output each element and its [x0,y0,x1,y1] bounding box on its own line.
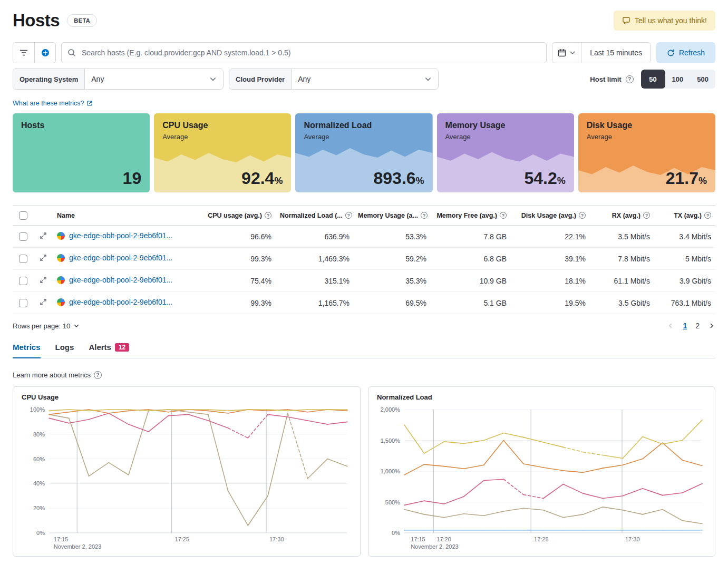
table-header-row: NameCPU usage (avg.)?Normalized Load (..… [13,206,715,226]
page-button-2[interactable]: 2 [695,322,700,330]
expand-row-icon[interactable] [40,232,47,239]
svg-text:17:15: 17:15 [411,536,425,542]
host-name-link[interactable]: gke-edge-oblt-pool-2-9eb6f01... [57,276,172,284]
expand-row-icon[interactable] [40,298,47,306]
host-limit-option-500[interactable]: 500 [690,70,715,89]
filters-row: Operating System Any Cloud Provider Any … [13,69,715,90]
select-all-checkbox[interactable] [19,211,27,220]
tile-title: Normalized Load [304,121,424,130]
column-header-cpu-usage-avg[interactable]: CPU usage (avg.)? [197,206,276,226]
os-filter-select[interactable]: Any [85,69,223,89]
column-header-rx-avg[interactable]: RX (avg.)? [590,206,654,226]
expand-row-icon[interactable] [40,254,47,261]
expand-row-icon[interactable] [40,276,47,284]
chart-canvas: 0%20%40%60%80%100%17:15November 2, 20231… [22,404,352,553]
column-info-icon[interactable]: ? [704,212,711,219]
tile-cpu-usage: CPU UsageAverage92.4% [154,113,291,192]
filter-button[interactable] [13,43,34,63]
previous-page-button[interactable] [667,322,674,329]
row-checkbox[interactable] [19,277,27,285]
cloud-provider-icon [57,232,65,240]
host-name-link[interactable]: gke-edge-oblt-pool-2-9eb6f01... [57,231,172,240]
learn-more-info-icon[interactable]: ? [94,371,102,379]
row-checkbox[interactable] [19,299,27,307]
column-header-normalized-load[interactable]: Normalized Load (...? [276,206,354,226]
column-label: Normalized Load (... [280,212,343,219]
metric-cell: 636.9% [276,226,354,248]
cloud-provider-filter-select[interactable]: Any [292,69,438,89]
table-row: gke-edge-oblt-pool-2-9eb6f01...99.3%1,46… [13,248,715,270]
row-checkbox[interactable] [19,232,27,241]
what-are-these-metrics-link[interactable]: What are these metrics? [13,100,93,107]
tile-value: 21.7% [666,169,707,188]
tile-subtitle: Average [304,133,424,141]
host-name-link[interactable]: gke-edge-oblt-pool-2-9eb6f01... [57,254,172,262]
column-label: Name [57,212,75,219]
metric-cell: 59.2% [354,248,431,270]
column-header-name[interactable]: Name [53,206,197,226]
line-chart: 0%500%1,000%1,500%2,000%17:15November 2,… [377,404,706,553]
feedback-button[interactable]: Tell us what you think! [614,11,715,31]
row-checkbox[interactable] [19,255,27,263]
chevron-down-icon [569,50,576,56]
column-info-icon[interactable]: ? [265,212,271,219]
svg-text:60%: 60% [33,456,45,462]
refresh-button[interactable]: Refresh [656,42,715,63]
metric-cell: 18.1% [511,270,590,292]
column-info-icon[interactable]: ? [643,212,650,219]
tile-subtitle: Average [162,133,283,141]
add-filter-button[interactable] [34,43,55,63]
os-filter: Operating System Any [13,69,224,90]
svg-text:November 2, 2023: November 2, 2023 [411,543,459,550]
chevron-down-icon [209,75,217,83]
page-button-1[interactable]: 1 [683,322,687,330]
column-header-tx-avg[interactable]: TX (avg.)? [654,206,715,226]
learn-more-row: Learn more about metrics ? [13,371,102,379]
column-header-disk-usage-avg[interactable]: Disk Usage (avg.)? [511,206,590,226]
detail-tabs: MetricsLogsAlerts12 [13,343,715,358]
tile-value: 893.6% [374,169,424,188]
external-link-icon [86,100,93,106]
cloud-provider-filter-label: Cloud Provider [229,69,292,89]
column-label: Disk Usage (avg.) [521,212,576,219]
query-controls [13,42,56,63]
column-info-icon[interactable]: ? [345,212,352,219]
date-picker-button[interactable] [552,43,581,63]
time-range-button[interactable]: Last 15 minutes [581,43,651,63]
rows-per-page-button[interactable]: Rows per page: 10 [13,322,80,330]
cloud-provider-icon [57,254,65,262]
metric-cell: 3.5 Gbit/s [590,292,654,314]
metric-cell: 315.1% [276,270,354,292]
tile-title: Disk Usage [587,121,707,130]
rows-per-page-label: Rows per page: 10 [13,322,70,330]
host-limit-info-icon[interactable]: ? [626,75,634,83]
next-page-button[interactable] [708,322,715,329]
search-toolbar: Last 15 minutes Refresh [13,42,715,63]
svg-text:November 2, 2023: November 2, 2023 [54,543,101,550]
metric-cell: 5 Mbit/s [654,248,715,270]
tab-logs[interactable]: Logs [55,343,74,358]
chevron-down-icon [424,75,432,83]
column-header-memory-usage-a[interactable]: Memory Usage (a...? [354,206,431,226]
cloud-provider-icon [57,298,65,306]
search-input[interactable] [61,42,547,63]
host-name-link[interactable]: gke-edge-oblt-pool-2-9eb6f01... [57,298,172,306]
tile-subtitle: Average [445,133,566,141]
host-limit-option-50[interactable]: 50 [641,70,665,89]
refresh-icon [667,49,675,57]
metric-cell: 5.1 GB [431,292,511,314]
page-title: Hosts [13,11,60,31]
tab-metrics[interactable]: Metrics [13,343,41,358]
column-info-icon[interactable]: ? [579,212,586,219]
svg-text:100%: 100% [30,406,45,413]
column-info-icon[interactable]: ? [421,212,428,219]
table-footer: Rows per page: 10 12 [13,322,715,330]
column-label: CPU usage (avg.) [208,212,262,219]
column-info-icon[interactable]: ? [500,212,507,219]
column-header-memory-free-avg[interactable]: Memory Free (avg.)? [431,206,511,226]
chevron-left-icon [667,322,674,329]
calendar-icon [558,48,566,57]
host-limit-option-100[interactable]: 100 [665,70,691,89]
tab-label: Alerts [89,343,111,352]
tab-alerts[interactable]: Alerts12 [89,343,129,358]
